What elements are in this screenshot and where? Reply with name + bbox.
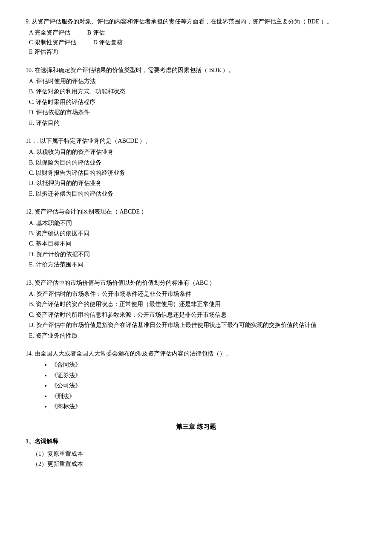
question-12-options: A. 基本职能不同 B. 资产确认的依据不同 C. 基本目标不同 D. 资产计价… bbox=[29, 219, 366, 270]
option-10-C: C. 评估时采用的评估程序 bbox=[29, 98, 366, 107]
question-11: 11．. 以下属于特定评估业务的是（ABCDE ）。 A. 以税收为目的的资产评… bbox=[26, 136, 366, 199]
option-9-D: D 评估复核 bbox=[93, 38, 123, 47]
question-9-options-row1: A 完全资产评估 B 评估 bbox=[29, 28, 366, 38]
question-11-title: 11．. 以下属于特定评估业务的是（ABCDE ）。 bbox=[26, 136, 366, 146]
option-13-A: A. 资产评估时的市场条件：公开市场条件还是非公开市场条件 bbox=[29, 289, 366, 299]
question-14-bullet-list: 《合同法》 《证券法》 《公司法》 《刑法》 《商标法》 bbox=[51, 360, 366, 411]
option-14-3: 《公司法》 bbox=[51, 381, 366, 390]
option-10-A: A. 评估时使用的评估方法 bbox=[29, 77, 366, 86]
question-9: 9. 从资产评估服务的对象、评估的内容和评估者承担的责任等方面看，在世界范围内，… bbox=[26, 17, 366, 57]
option-9-B: B 评估 bbox=[87, 28, 105, 38]
option-10-E: E. 评估目的 bbox=[29, 119, 366, 128]
question-13-options: A. 资产评估时的市场条件：公开市场条件还是非公开市场条件 B. 资产评估时的资… bbox=[29, 289, 366, 341]
vocab-item-2: （2）更新重置成本 bbox=[32, 460, 366, 469]
option-11-C: C. 以财务报告为评估目的的经济业务 bbox=[29, 168, 366, 178]
question-14-title: 14. 由全国人大或者全国人大常委会颁布的涉及资产评估内容的法律包括（）。 bbox=[26, 349, 366, 358]
option-11-A: A. 以税收为目的的资产评估业务 bbox=[29, 147, 366, 157]
question-9-title: 9. 从资产评估服务的对象、评估的内容和评估者承担的责任等方面看，在世界范围内，… bbox=[26, 17, 366, 26]
question-9-options-row2: C 限制性资产评估 D 评估复核 bbox=[29, 38, 366, 47]
option-14-5: 《商标法》 bbox=[51, 402, 366, 411]
option-9-A: A 完全资产评估 bbox=[29, 28, 70, 38]
option-12-D: D. 资产计价的依据不同 bbox=[29, 250, 366, 259]
option-12-A: A. 基本职能不同 bbox=[29, 219, 366, 228]
option-12-B: B. 资产确认的依据不同 bbox=[29, 229, 366, 238]
option-9-C: C 限制性资产评估 bbox=[29, 38, 76, 47]
option-11-D: D. 以抵押为目的的评估业务 bbox=[29, 179, 366, 188]
option-13-C: C. 资产评估时的所用的信息和参数来源：公开市场信息还是非公开市场信息 bbox=[29, 310, 366, 320]
option-14-2: 《证券法》 bbox=[51, 371, 366, 380]
option-11-B: B. 以保险为目的的评估业务 bbox=[29, 158, 366, 168]
option-12-C: C. 基本目标不同 bbox=[29, 239, 366, 249]
option-10-B: B. 评估对象的利用方式、功能和状态 bbox=[29, 87, 366, 96]
question-13-title: 13. 资产评估中的市场价值与市场价值以外的价值划分的标准有（ABC ） bbox=[26, 278, 366, 288]
option-13-D: D. 资产评估中的市场价值是指资产在评估基准日公开市场上最佳使用状态下最有可能实… bbox=[29, 321, 366, 330]
section-vocab: 1、名词解释 （1）复原重置成本 （2）更新重置成本 bbox=[26, 437, 366, 469]
option-14-4: 《刑法》 bbox=[51, 392, 366, 401]
question-10-title: 10. 在选择和确定资产评估结果的价值类型时，需要考虑的因素包括（ BDE ）。 bbox=[26, 66, 366, 75]
option-14-1: 《合同法》 bbox=[51, 360, 366, 370]
question-10: 10. 在选择和确定资产评估结果的价值类型时，需要考虑的因素包括（ BDE ）。… bbox=[26, 66, 366, 128]
section-vocab-title: 1、名词解释 bbox=[26, 437, 366, 446]
option-9-E: E 评估咨询 bbox=[29, 47, 366, 57]
option-10-D: D. 评估依据的市场条件 bbox=[29, 108, 366, 117]
option-11-E: E. 以拆迁补偿为目的的评估业务 bbox=[29, 189, 366, 199]
question-12: 12. 资产评估与会计的区别表现在（ ABCDE ） A. 基本职能不同 B. … bbox=[26, 207, 366, 269]
option-13-E: E. 资产业务的性质 bbox=[29, 331, 366, 341]
option-12-E: E. 计价方法范围不同 bbox=[29, 260, 366, 269]
question-9-options-E: E 评估咨询 bbox=[29, 47, 366, 57]
question-13: 13. 资产评估中的市场价值与市场价值以外的价值划分的标准有（ABC ） A. … bbox=[26, 278, 366, 341]
question-11-options: A. 以税收为目的的资产评估业务 B. 以保险为目的的评估业务 C. 以财务报告… bbox=[29, 147, 366, 199]
question-12-title: 12. 资产评估与会计的区别表现在（ ABCDE ） bbox=[26, 207, 366, 217]
question-10-options: A. 评估时使用的评估方法 B. 评估对象的利用方式、功能和状态 C. 评估时采… bbox=[29, 77, 366, 128]
chapter-title: 第三章 练习题 bbox=[26, 422, 366, 432]
vocab-item-1: （1）复原重置成本 bbox=[32, 449, 366, 459]
option-13-B: B. 资产评估时的资产的使用状态：正常使用（最佳使用）还是非正常使用 bbox=[29, 300, 366, 309]
question-14: 14. 由全国人大或者全国人大常委会颁布的涉及资产评估内容的法律包括（）。 《合… bbox=[26, 349, 366, 411]
